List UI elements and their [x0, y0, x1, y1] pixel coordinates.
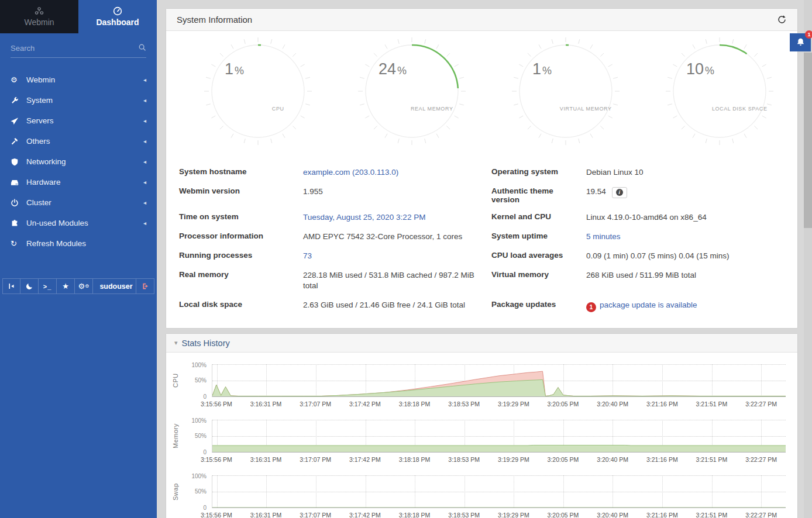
- collapse-sidebar-button[interactable]: [2, 279, 20, 293]
- scrollbar-thumb[interactable]: [804, 53, 812, 228]
- info-value-text: 268 KiB used / 511.99 MiB total: [586, 271, 696, 279]
- sidebar-item-refresh-modules[interactable]: ↻ Refresh Modules: [0, 233, 157, 254]
- power-icon: [11, 199, 26, 207]
- stats-history-header[interactable]: ▾ Stats History: [166, 334, 797, 353]
- info-value: 228.18 MiB used / 531.8 MiB cached / 987…: [303, 266, 491, 296]
- notifications-button[interactable]: 1: [790, 33, 811, 51]
- gauge-label: LOCAL DISK SPACE: [708, 106, 770, 112]
- x-tick-label: 3:22:27 PM: [745, 456, 777, 463]
- sidebar-item-others[interactable]: Others ◂: [0, 131, 157, 151]
- search-icon[interactable]: [138, 43, 146, 54]
- terminal-button[interactable]: >_: [39, 279, 57, 293]
- username-label: sudouser: [99, 282, 132, 291]
- y-tick-label: 100%: [191, 473, 207, 479]
- logout-button[interactable]: [136, 279, 154, 293]
- x-tick-label: 3:15:56 PM: [201, 512, 232, 518]
- info-value-link[interactable]: 5 minutes: [586, 232, 621, 241]
- page-scrollbar: [804, 0, 812, 518]
- x-tick-label: 3:20:40 PM: [597, 400, 628, 408]
- y-tick-label: 50%: [195, 433, 207, 439]
- info-value-text: 19.54: [586, 187, 606, 196]
- sidebar-item-unused-modules[interactable]: Un-used Modules ◂: [0, 213, 157, 233]
- info-value: example.com (203.0.113.0): [303, 163, 491, 182]
- x-tick-label: 3:17:42 PM: [349, 456, 381, 463]
- sidebar-item-label: Others: [26, 137, 50, 146]
- chart-plot-area: [212, 420, 786, 453]
- x-tick-label: 3:18:18 PM: [399, 512, 431, 518]
- user-menu-button[interactable]: sudouser: [93, 279, 136, 293]
- sidebar-item-hardware[interactable]: Hardware ◂: [0, 172, 157, 192]
- hdd-icon: [11, 178, 26, 187]
- x-tick-label: 3:17:42 PM: [349, 400, 381, 408]
- gauge-real-memory: 24% REAL MEMORY: [356, 36, 467, 147]
- sidebar-item-system[interactable]: System ◂: [0, 90, 157, 110]
- caret-left-icon: ◂: [143, 97, 146, 103]
- info-value: 19.54i: [586, 182, 785, 208]
- info-value: 73: [303, 247, 491, 266]
- info-value-link[interactable]: example.com (203.0.113.0): [303, 168, 398, 177]
- x-tick-label: 3:22:27 PM: [745, 400, 777, 408]
- info-value: Debian Linux 10: [586, 163, 785, 182]
- chart-axis-title: CPU: [166, 364, 185, 397]
- gauge-virtual-memory: 1% VIRTUAL MEMORY: [510, 36, 621, 147]
- favorites-button[interactable]: ★: [57, 279, 75, 293]
- paper-plane-icon: [11, 117, 26, 125]
- x-tick-label: 3:17:07 PM: [300, 400, 331, 408]
- info-value-text: Debian Linux 10: [586, 168, 644, 177]
- x-tick-label: 3:15:56 PM: [201, 400, 232, 408]
- gauge-label: REAL MEMORY: [401, 106, 463, 112]
- y-axis-labels: 100%50%0: [185, 364, 212, 397]
- x-tick-label: 3:21:16 PM: [646, 456, 678, 463]
- y-tick-label: 50%: [195, 488, 207, 495]
- tab-webmin[interactable]: Webmin: [0, 0, 78, 33]
- x-tick-label: 3:20:05 PM: [548, 400, 579, 408]
- night-mode-button[interactable]: [20, 279, 39, 293]
- cpu-history-chart: CPU 100%50%0 3:15:56 PM3:16:31 PM3:17:07…: [166, 364, 786, 410]
- y-tick-label: 0: [203, 449, 207, 455]
- info-value: Tuesday, August 25, 2020 3:22 PM: [303, 208, 491, 227]
- stats-history-title: Stats History: [182, 339, 230, 348]
- sidebar-search: [11, 43, 146, 58]
- info-label: System uptime: [491, 227, 586, 247]
- system-info-table: System hostnameexample.com (203.0.113.0)…: [179, 163, 785, 316]
- sidebar-item-networking[interactable]: Networking ◂: [0, 151, 157, 172]
- sidebar-item-label: Networking: [26, 157, 66, 166]
- y-tick-label: 50%: [195, 377, 207, 384]
- y-tick-label: 0: [203, 505, 207, 511]
- caret-left-icon: ◂: [143, 77, 146, 83]
- info-value: 5 minutes: [586, 227, 785, 247]
- chart-axis-title: Memory: [166, 420, 185, 453]
- memory-history-chart: Memory 100%50%0 3:15:56 PM3:16:31 PM3:17…: [166, 420, 786, 465]
- main-content: System Information 1% CPU 24% REAL MEMOR…: [157, 0, 812, 518]
- sidebar-footer: >_ ★ ⚙⚙ sudouser: [2, 278, 154, 294]
- settings-button[interactable]: ⚙⚙: [75, 279, 93, 293]
- hammer-icon: [11, 137, 26, 146]
- sidebar-item-webmin[interactable]: ⚙ Webmin ◂: [0, 70, 157, 90]
- stats-history-panel: ▾ Stats History CPU 100%50%0 3:15:56 PM3…: [166, 333, 798, 518]
- tab-dashboard-label: Dashboard: [96, 18, 139, 27]
- system-information-panel: System Information 1% CPU 24% REAL MEMOR…: [166, 8, 798, 329]
- info-label: Kernel and CPU: [491, 208, 586, 227]
- x-tick-label: 3:17:07 PM: [300, 512, 331, 518]
- sidebar-item-cluster[interactable]: Cluster ◂: [0, 192, 157, 213]
- info-value: 268 KiB used / 511.99 MiB total: [586, 266, 785, 296]
- wrench-icon: [11, 96, 26, 105]
- refresh-page-icon[interactable]: [777, 15, 787, 25]
- info-value-link[interactable]: 73: [303, 251, 312, 260]
- webmin-dashboard: Webmin Dashboard ⚙ Webmin ◂: [0, 0, 812, 518]
- shield-icon: [11, 158, 26, 166]
- caret-left-icon: ◂: [143, 118, 146, 124]
- sidebar-item-servers[interactable]: Servers ◂: [0, 110, 157, 131]
- info-value-link[interactable]: Tuesday, August 25, 2020 3:22 PM: [303, 213, 425, 222]
- x-tick-label: 3:20:05 PM: [548, 512, 579, 518]
- info-value-text: 2.63 GiB used / 21.46 GiB free / 24.1 Gi…: [303, 301, 465, 309]
- y-axis-labels: 100%50%0: [185, 475, 212, 508]
- info-value-link[interactable]: package update is available: [600, 301, 697, 309]
- chart-axis-title: Swap: [166, 475, 185, 508]
- sidebar-tabs: Webmin Dashboard: [0, 0, 157, 33]
- x-tick-label: 3:19:29 PM: [498, 400, 529, 408]
- theme-info-button[interactable]: i: [612, 187, 627, 198]
- tab-dashboard[interactable]: Dashboard: [78, 0, 157, 33]
- search-input[interactable]: [11, 44, 130, 53]
- gear-icon: ⚙: [11, 75, 26, 84]
